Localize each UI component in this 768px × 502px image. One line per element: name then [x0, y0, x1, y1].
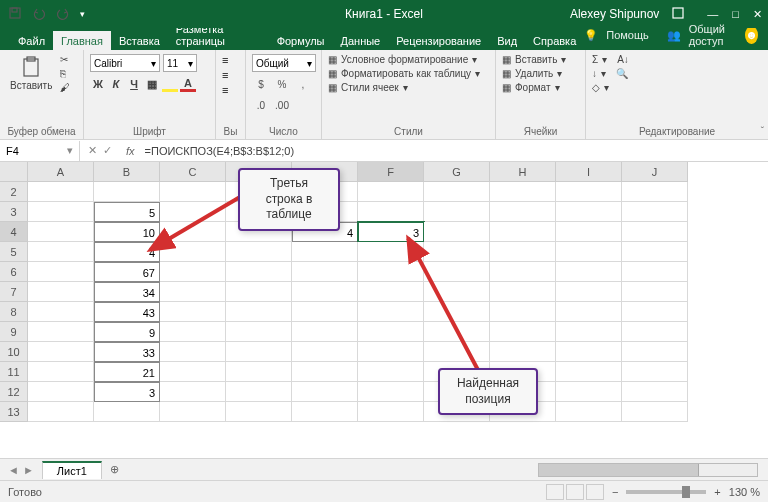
- tab-formulas[interactable]: Формулы: [269, 31, 333, 50]
- cell[interactable]: [28, 282, 94, 302]
- italic-button[interactable]: К: [108, 76, 124, 92]
- cell[interactable]: [424, 342, 490, 362]
- cell[interactable]: 21: [94, 362, 160, 382]
- zoom-slider[interactable]: [626, 490, 706, 494]
- cell[interactable]: [358, 362, 424, 382]
- cell[interactable]: [490, 242, 556, 262]
- cell[interactable]: [226, 382, 292, 402]
- insert-cells-button[interactable]: ▦Вставить▾: [502, 54, 566, 65]
- redo-icon[interactable]: [56, 6, 70, 22]
- cell[interactable]: [160, 322, 226, 342]
- cell[interactable]: [160, 282, 226, 302]
- cell[interactable]: [556, 302, 622, 322]
- cell[interactable]: [424, 202, 490, 222]
- cell[interactable]: [226, 402, 292, 422]
- undo-icon[interactable]: [32, 6, 46, 22]
- cell[interactable]: [622, 282, 688, 302]
- row-header[interactable]: 5: [0, 242, 28, 262]
- cell[interactable]: [28, 382, 94, 402]
- tab-view[interactable]: Вид: [489, 31, 525, 50]
- cell[interactable]: [292, 302, 358, 322]
- font-name-dropdown[interactable]: Calibri▾: [90, 54, 160, 72]
- cell[interactable]: [160, 342, 226, 362]
- cell[interactable]: 43: [94, 302, 160, 322]
- cell[interactable]: 34: [94, 282, 160, 302]
- cell[interactable]: [490, 282, 556, 302]
- cell[interactable]: [94, 182, 160, 202]
- cell[interactable]: [490, 322, 556, 342]
- cell[interactable]: 3: [358, 222, 424, 242]
- cell[interactable]: [556, 242, 622, 262]
- cell[interactable]: [160, 362, 226, 382]
- cell[interactable]: [622, 382, 688, 402]
- cell[interactable]: [490, 262, 556, 282]
- align-left-icon[interactable]: ≡: [222, 84, 228, 96]
- cell[interactable]: [28, 182, 94, 202]
- percent-icon[interactable]: %: [273, 75, 291, 93]
- zoom-in-icon[interactable]: +: [714, 486, 720, 498]
- font-size-dropdown[interactable]: 11▾: [163, 54, 197, 72]
- user-name[interactable]: Alexey Shipunov: [570, 7, 659, 21]
- tab-help[interactable]: Справка: [525, 31, 584, 50]
- cell[interactable]: [358, 282, 424, 302]
- enter-formula-icon[interactable]: ✓: [103, 144, 112, 157]
- column-header[interactable]: B: [94, 162, 160, 182]
- decrease-decimal-icon[interactable]: .00: [273, 96, 291, 114]
- feedback-icon[interactable]: ☻: [745, 26, 758, 44]
- column-header[interactable]: I: [556, 162, 622, 182]
- cell[interactable]: [490, 182, 556, 202]
- cell[interactable]: [292, 262, 358, 282]
- cell[interactable]: 67: [94, 262, 160, 282]
- format-cells-button[interactable]: ▦Формат▾: [502, 82, 566, 93]
- cell[interactable]: [424, 242, 490, 262]
- cell[interactable]: [226, 282, 292, 302]
- cell[interactable]: [292, 402, 358, 422]
- tab-file[interactable]: Файл: [10, 31, 53, 50]
- cell[interactable]: [28, 302, 94, 322]
- column-header[interactable]: F: [358, 162, 424, 182]
- cell[interactable]: [424, 302, 490, 322]
- cell[interactable]: [28, 402, 94, 422]
- cell[interactable]: [622, 182, 688, 202]
- select-all-corner[interactable]: [0, 162, 28, 182]
- cell[interactable]: [556, 202, 622, 222]
- cell[interactable]: [28, 242, 94, 262]
- cell[interactable]: [490, 202, 556, 222]
- cell[interactable]: [226, 342, 292, 362]
- cell[interactable]: [28, 322, 94, 342]
- row-header[interactable]: 10: [0, 342, 28, 362]
- sheet-prev-icon[interactable]: ◄: [8, 464, 19, 476]
- cell[interactable]: [160, 262, 226, 282]
- cell[interactable]: [622, 202, 688, 222]
- tab-review[interactable]: Рецензирование: [388, 31, 489, 50]
- close-icon[interactable]: ✕: [753, 8, 762, 21]
- cell[interactable]: [292, 322, 358, 342]
- cell[interactable]: [292, 342, 358, 362]
- cell[interactable]: [226, 302, 292, 322]
- minimize-icon[interactable]: —: [707, 8, 718, 21]
- cell[interactable]: 10: [94, 222, 160, 242]
- row-header[interactable]: 6: [0, 262, 28, 282]
- cell[interactable]: [424, 322, 490, 342]
- cell[interactable]: [556, 322, 622, 342]
- clear-button[interactable]: ◇▾: [592, 82, 629, 93]
- page-break-view-icon[interactable]: [586, 484, 604, 500]
- column-header[interactable]: A: [28, 162, 94, 182]
- cell[interactable]: [622, 342, 688, 362]
- cell[interactable]: [622, 322, 688, 342]
- cell[interactable]: [556, 282, 622, 302]
- cell[interactable]: [160, 182, 226, 202]
- cell[interactable]: [556, 382, 622, 402]
- cell[interactable]: [160, 202, 226, 222]
- cell[interactable]: [226, 322, 292, 342]
- align-top-icon[interactable]: ≡: [222, 54, 228, 66]
- share-label[interactable]: Общий доступ: [689, 23, 738, 47]
- cell[interactable]: [622, 242, 688, 262]
- cell[interactable]: 9: [94, 322, 160, 342]
- border-button[interactable]: ▦: [144, 76, 160, 92]
- fill-button[interactable]: ↓▾🔍: [592, 68, 629, 79]
- cell[interactable]: [358, 402, 424, 422]
- cell-styles-button[interactable]: ▦Стили ячеек▾: [328, 82, 480, 93]
- fill-color-button[interactable]: [162, 76, 178, 92]
- row-header[interactable]: 12: [0, 382, 28, 402]
